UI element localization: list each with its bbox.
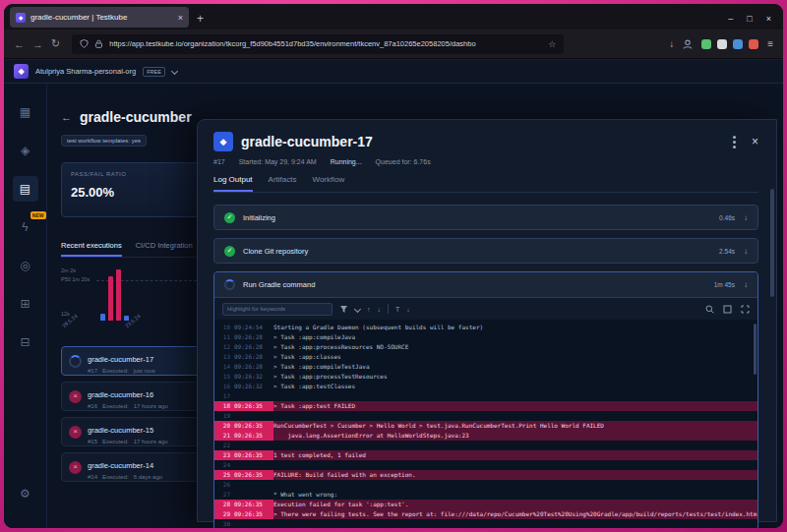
reload-button[interactable]: ↻	[51, 37, 60, 50]
close-icon[interactable]: ×	[752, 135, 758, 148]
downloads-icon[interactable]: ↓	[669, 38, 674, 49]
log-line: 30	[214, 519, 757, 528]
line-number: 22	[214, 441, 234, 450]
line-text	[273, 480, 757, 490]
fit-view-icon[interactable]	[723, 305, 732, 314]
forward-button[interactable]: →	[32, 38, 43, 50]
sidebar-item-dashboard[interactable]: ▦	[13, 99, 38, 125]
chevron-down-icon[interactable]	[354, 305, 361, 312]
line-timestamp	[234, 480, 273, 490]
line-text: > Task :app:processTestResources	[273, 372, 757, 382]
menu-hamburger-icon[interactable]: ≡	[767, 38, 773, 49]
chevron-down-icon	[171, 68, 178, 75]
new-tab-button[interactable]: +	[197, 12, 204, 26]
sidebar-item-executors[interactable]: ⊟	[13, 329, 38, 355]
line-text: FAILURE: Build failed with an exception.	[273, 470, 757, 480]
pass-fail-ratio-card: PASS/FAIL RATIO 25.00%	[61, 162, 209, 217]
extension-icon[interactable]	[717, 39, 727, 49]
log-line: 26	[214, 480, 757, 490]
back-button[interactable]: ←	[14, 38, 25, 50]
kebab-menu-icon[interactable]	[733, 141, 736, 144]
extension-icon[interactable]	[749, 39, 758, 49]
modal-tab[interactable]: Artifacts	[269, 175, 297, 192]
fullscreen-icon[interactable]	[741, 305, 750, 314]
testkube-app: ◆ Atulpriya Sharma-personal-org FREE ▦ ◈…	[4, 60, 783, 528]
line-timestamp: 09:26:35	[234, 470, 273, 480]
sidebar-item-triggers[interactable]: ϟ NEW	[13, 214, 38, 240]
window-control[interactable]: ×	[766, 14, 771, 24]
line-text: > Task :app:processResources NO-SOURCE	[273, 342, 757, 352]
execution-status: Running...	[331, 158, 362, 165]
line-text: > Task :app:compileTestJava	[273, 362, 757, 372]
search-icon[interactable]	[705, 305, 714, 314]
bookmark-star-icon[interactable]: ☆	[548, 39, 556, 49]
sidebar-item-tests[interactable]: ▤	[13, 176, 38, 202]
log-line: 19	[214, 411, 757, 421]
window-control[interactable]: –	[728, 14, 733, 24]
log-line: 10 09:24:54 Starting a Gradle Daemon (su…	[214, 323, 757, 332]
execution-modal: ◆ gradle-cucumber-17 × #17 Started: May …	[197, 119, 777, 522]
step-download-icon[interactable]: ↓	[744, 213, 748, 222]
modal-tab[interactable]: Log Output	[213, 175, 253, 192]
sidebar-item-webhooks[interactable]: ◎	[13, 253, 38, 278]
log-line: 28 09:26:35 Execution failed for task ':…	[214, 500, 757, 509]
line-timestamp: 09:24:54	[234, 323, 273, 332]
page-tab[interactable]: CI/CD Integration	[136, 241, 193, 257]
step-duration: 0.46s	[719, 214, 735, 221]
line-number: 26	[214, 480, 234, 490]
browser-tab[interactable]: ◆ gradle-cucumber | Testkube ×	[10, 7, 189, 28]
modal-tab[interactable]: Workflow	[313, 175, 345, 192]
timestamps-toggle-icon[interactable]: T	[395, 306, 399, 313]
filter-funnel-icon[interactable]	[339, 305, 348, 314]
url-text: https://app.testkube.io/organization/tkc…	[109, 39, 542, 48]
execution-row[interactable]: × gradle-cucumber-16 #16 Executed: 17 ho…	[61, 382, 209, 411]
back-arrow-button[interactable]: ←	[61, 111, 72, 123]
step-initializing[interactable]: ✓ Initializing 0.46s ↓	[213, 205, 758, 230]
success-check-icon: ✓	[224, 212, 235, 223]
account-icon[interactable]	[683, 39, 693, 49]
log-scrollbar[interactable]	[754, 324, 757, 375]
line-number: 23	[214, 450, 234, 460]
extension-icon[interactable]	[701, 39, 711, 49]
line-text	[273, 391, 757, 401]
modal-scrollbar[interactable]	[770, 189, 774, 297]
line-timestamp	[234, 391, 273, 401]
execution-time: 17 hours ago	[134, 403, 168, 409]
step-download-icon[interactable]: ↓	[744, 280, 748, 289]
log-line: 24	[214, 460, 757, 470]
sidebar-item-sources[interactable]: ⊞	[13, 291, 38, 317]
tab-close-icon[interactable]: ×	[178, 13, 183, 23]
execution-status-icon: ×	[69, 355, 82, 368]
sidebar-item-workflows[interactable]: ◈	[13, 138, 38, 163]
line-text: RunCucumberTest > Cucumber > Hello World…	[273, 421, 757, 431]
log-line: 11 09:26:28 > Task :app:compileJava	[214, 332, 757, 342]
log-line: 27 * What went wrong:	[214, 490, 757, 500]
line-number: 29	[214, 509, 234, 519]
execution-row[interactable]: × gradle-cucumber-14 #14 Executed: 6 day…	[61, 452, 209, 482]
line-text: * What went wrong:	[273, 490, 757, 500]
window-control[interactable]: □	[747, 14, 752, 24]
line-number: 15	[214, 372, 234, 382]
extension-icon[interactable]	[733, 39, 743, 49]
plan-badge: FREE	[143, 67, 165, 77]
execution-row[interactable]: × gradle-cucumber-15 #15 Executed: 17 ho…	[61, 417, 209, 446]
step-run-gradle[interactable]: Run Gradle command 1m 45s ↓	[214, 272, 757, 298]
download-log-icon[interactable]: ↓	[406, 306, 410, 313]
highlight-keywords-input[interactable]	[222, 303, 333, 316]
step-clone-git[interactable]: ✓ Clone Git repository 2.54s ↓	[213, 238, 758, 264]
line-timestamp: 09:26:35	[234, 431, 273, 441]
log-line: 14 09:26:28 > Task :app:compileTestJava	[214, 362, 757, 372]
browser-toolbar: ← → ↻ https://app.testkube.io/organizati…	[4, 30, 783, 59]
settings-gear-icon[interactable]: ⚙	[20, 487, 30, 501]
url-bar[interactable]: https://app.testkube.io/organization/tkc…	[72, 34, 564, 54]
scroll-down-icon[interactable]: ↓	[378, 306, 382, 313]
org-selector[interactable]: Atulpriya Sharma-personal-org	[35, 67, 136, 76]
page-title: gradle-cucumber	[80, 109, 192, 125]
step-download-icon[interactable]: ↓	[744, 247, 748, 256]
scroll-up-icon[interactable]: ↑	[367, 306, 371, 313]
line-timestamp: 09:26:28	[234, 352, 273, 362]
page-tab[interactable]: Recent executions	[61, 241, 122, 257]
execution-number: #14	[88, 474, 97, 480]
line-number: 25	[214, 470, 234, 480]
execution-row[interactable]: × gradle-cucumber-17 #17 Executed: just …	[61, 346, 209, 376]
